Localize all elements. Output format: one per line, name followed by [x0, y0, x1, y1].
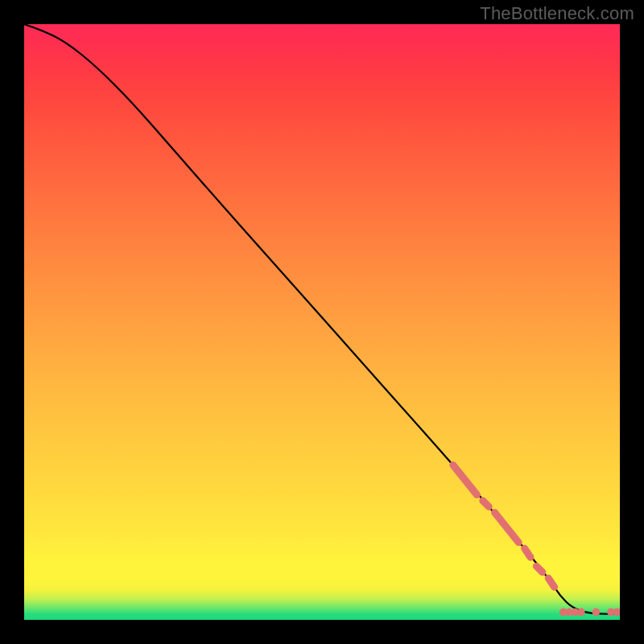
highlight-segment: [483, 501, 489, 506]
main-curve: [24, 24, 620, 614]
highlight-segment: [536, 566, 542, 572]
plot-area: [24, 24, 620, 620]
chart-frame: TheBottleneck.com: [0, 0, 644, 644]
highlight-segment: [453, 465, 477, 495]
highlight-segment: [548, 578, 554, 587]
highlight-dot: [577, 609, 585, 617]
watermark-text: TheBottleneck.com: [480, 3, 634, 24]
highlight-dot: [592, 609, 601, 617]
highlight-segment: [525, 548, 530, 557]
highlight-dot: [613, 609, 621, 617]
plot-svg-layer: [24, 24, 620, 620]
highlight-segment: [495, 513, 519, 543]
